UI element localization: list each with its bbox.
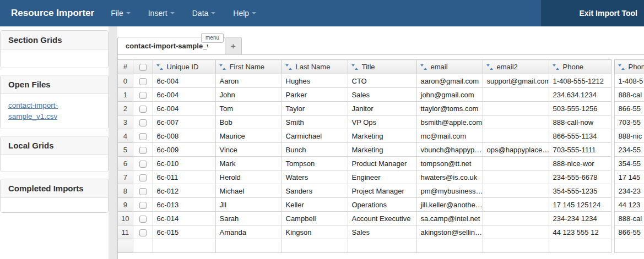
cell[interactable]: 17 145: [614, 170, 644, 184]
cell[interactable]: Waters: [282, 170, 348, 184]
cell[interactable]: Tompson: [282, 157, 348, 170]
cell[interactable]: Tom: [215, 102, 282, 115]
cell[interactable]: 6c-011: [153, 170, 215, 184]
cell[interactable]: Smith: [282, 115, 348, 129]
row-checkbox-cell[interactable]: [133, 170, 153, 184]
cell[interactable]: 354-55: [614, 157, 644, 170]
cell[interactable]: Keller: [282, 198, 348, 212]
row-number[interactable]: 7: [118, 170, 133, 184]
sort-icon[interactable]: [486, 64, 493, 70]
row-checkbox[interactable]: [139, 188, 147, 195]
row-number[interactable]: 6: [118, 157, 133, 170]
row-number[interactable]: 4: [118, 129, 133, 143]
cell[interactable]: support@gmail.com: [483, 74, 549, 88]
row-number[interactable]: 5: [118, 143, 133, 157]
cell[interactable]: 6c-009: [153, 143, 215, 157]
tab-menu-button[interactable]: menu: [201, 33, 224, 43]
tab-active-file[interactable]: contact-import-sample_v... menu: [117, 37, 225, 54]
cell[interactable]: [483, 88, 549, 102]
cell[interactable]: [483, 225, 549, 239]
cell[interactable]: [483, 102, 549, 115]
cell[interactable]: 17 145 125124: [549, 198, 611, 212]
cell[interactable]: 6c-008: [153, 129, 215, 143]
cell[interactable]: 6c-015: [153, 225, 215, 239]
row-checkbox-cell[interactable]: [133, 143, 153, 157]
cell[interactable]: Janitor: [348, 102, 416, 115]
cell[interactable]: ttaylor@toms.com: [416, 102, 483, 115]
cell[interactable]: 888-nice-wor: [549, 157, 611, 170]
cell[interactable]: john@gmail.com: [416, 88, 483, 102]
column-header-email2-5[interactable]: email2: [483, 60, 549, 74]
cell[interactable]: 703-555-1111: [549, 143, 611, 157]
row-checkbox-cell[interactable]: [133, 74, 153, 88]
cell[interactable]: [282, 239, 348, 253]
row-checkbox[interactable]: [139, 147, 147, 154]
cell[interactable]: 6c-007: [153, 115, 215, 129]
cell[interactable]: 888-cal: [614, 88, 644, 102]
menu-insert[interactable]: Insert: [139, 0, 183, 26]
cell[interactable]: [483, 184, 549, 198]
cell[interactable]: Vince: [215, 143, 282, 157]
open-file-link[interactable]: contact-import-sample_v1.csv: [8, 101, 58, 120]
menu-file[interactable]: File: [102, 0, 139, 26]
row-number[interactable]: 11: [118, 225, 133, 239]
cell[interactable]: 6c-004: [153, 74, 215, 88]
cell[interactable]: CTO: [348, 74, 416, 88]
section-header-open-files[interactable]: Open Files: [1, 75, 108, 94]
row-checkbox[interactable]: [139, 174, 147, 181]
cell[interactable]: Sales: [348, 225, 416, 239]
cell[interactable]: tompson@tt.net: [416, 157, 483, 170]
column-header-title-3[interactable]: Title: [348, 60, 416, 74]
cell[interactable]: 234-234 1234: [549, 212, 611, 225]
cell[interactable]: Hughes: [282, 74, 348, 88]
select-all-checkbox[interactable]: [139, 64, 147, 71]
add-tab-button[interactable]: +: [225, 37, 242, 54]
cell[interactable]: Operations: [348, 198, 416, 212]
sort-icon[interactable]: [420, 64, 427, 70]
cell[interactable]: [614, 239, 644, 253]
cell[interactable]: Parker: [282, 88, 348, 102]
cell[interactable]: Maurice: [215, 129, 282, 143]
select-all-header[interactable]: [133, 60, 153, 74]
sort-icon[interactable]: [285, 64, 292, 70]
cell[interactable]: Marketing: [348, 129, 416, 143]
row-checkbox-cell[interactable]: [133, 88, 153, 102]
cell[interactable]: Carmichael: [282, 129, 348, 143]
row-number[interactable]: 8: [118, 184, 133, 198]
section-header-local-grids[interactable]: Local Grids: [1, 136, 108, 155]
sort-icon[interactable]: [351, 64, 358, 70]
row-checkbox[interactable]: [139, 106, 147, 113]
cell[interactable]: 44 123 555 12: [549, 225, 611, 239]
menu-data[interactable]: Data: [183, 0, 225, 26]
cell[interactable]: Product Manager: [348, 157, 416, 170]
cell[interactable]: [549, 239, 611, 253]
row-number[interactable]: 1: [118, 88, 133, 102]
cell[interactable]: 866-555-1134: [549, 129, 611, 143]
cell[interactable]: Bob: [215, 115, 282, 129]
cell[interactable]: Mark: [215, 157, 282, 170]
cell[interactable]: Sales: [348, 88, 416, 102]
cell[interactable]: Campbell: [282, 212, 348, 225]
row-checkbox[interactable]: [139, 202, 147, 209]
row-number[interactable]: 10: [118, 212, 133, 225]
cell[interactable]: Herold: [215, 170, 282, 184]
cell[interactable]: Taylor: [282, 102, 348, 115]
row-checkbox-cell[interactable]: [133, 129, 153, 143]
column-header-email-4[interactable]: email: [416, 60, 483, 74]
cell[interactable]: Marketing: [348, 143, 416, 157]
row-number[interactable]: 9: [118, 198, 133, 212]
cell[interactable]: 44 123: [614, 198, 644, 212]
cell[interactable]: Sanders: [282, 184, 348, 198]
menu-help[interactable]: Help: [224, 0, 265, 26]
cell[interactable]: Kingson: [282, 225, 348, 239]
cell[interactable]: 703-55: [614, 115, 644, 129]
cell[interactable]: Account Executive: [348, 212, 416, 225]
sort-icon[interactable]: [156, 64, 163, 70]
row-checkbox-cell[interactable]: [133, 115, 153, 129]
sort-icon[interactable]: [553, 64, 559, 70]
column-header-phone-7[interactable]: Phone: [614, 60, 644, 74]
row-checkbox[interactable]: [139, 119, 147, 126]
column-header-unique-id-0[interactable]: Unique ID: [153, 60, 215, 74]
row-checkbox-cell[interactable]: [133, 102, 153, 115]
cell[interactable]: 888-cal: [614, 212, 644, 225]
